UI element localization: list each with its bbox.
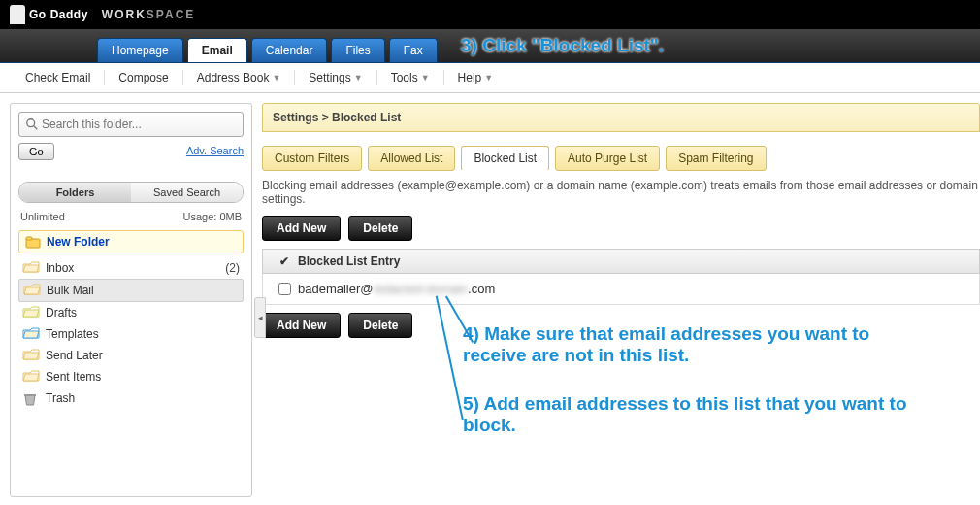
menu-compose[interactable]: Compose — [105, 71, 181, 84]
folder-label: Send Later — [46, 349, 103, 362]
chevron-down-icon: ▼ — [272, 73, 280, 83]
folder-sent-items[interactable]: Sent Items — [18, 366, 244, 387]
folder-icon — [22, 349, 40, 362]
folder-icon — [22, 327, 40, 341]
quota-usage: Usage: 0MB — [182, 211, 242, 222]
folder-templates[interactable]: Templates — [18, 323, 244, 345]
adv-search-link[interactable]: Adv. Search — [186, 145, 244, 156]
chevron-down-icon: ▼ — [421, 73, 430, 83]
delete-button-2[interactable]: Delete — [348, 313, 412, 338]
folder-trash[interactable]: Trash — [18, 387, 244, 409]
menu-settings[interactable]: Settings▼ — [295, 71, 376, 84]
settings-tab-spam-filtering[interactable]: Spam Filtering — [666, 146, 766, 171]
quota-name: Unlimited — [20, 211, 65, 222]
tab-files[interactable]: Files — [331, 38, 384, 62]
chevron-down-icon: ▼ — [484, 73, 493, 83]
annotation-step4: 4) Make sure that email addresses you wa… — [463, 323, 919, 366]
app-root: GoDaddy WORKSPACE HomepageEmailCalendarF… — [0, 0, 980, 505]
tab-fax[interactable]: Fax — [389, 38, 438, 62]
settings-tab-custom-filters[interactable]: Custom Filters — [262, 146, 362, 171]
folder-icon — [22, 391, 40, 405]
settings-description: Blocking email addresses (example@exampl… — [262, 179, 980, 206]
table-header: ✔ Blocked List Entry — [262, 249, 980, 274]
godaddy-mascot-icon — [10, 5, 25, 24]
folder-label: Sent Items — [46, 370, 101, 384]
folder-bulk-mail[interactable]: Bulk Mail — [18, 279, 244, 302]
brand-daddy: Daddy — [50, 8, 88, 21]
settings-tab-blocked-list[interactable]: Blocked List — [461, 146, 549, 171]
brand-bar: GoDaddy WORKSPACE — [0, 0, 980, 29]
chevron-down-icon: ▼ — [354, 73, 363, 83]
annotation-step3: 3) Click "Blocked List". — [461, 35, 664, 56]
select-all-header[interactable]: ✔ — [271, 254, 298, 268]
sidebar: Go Adv. Search Folders Saved Search Unli… — [10, 103, 252, 497]
column-entry: Blocked List Entry — [298, 254, 400, 268]
content-area: ◂ Settings > Blocked List Custom Filters… — [262, 103, 980, 497]
folder-label: Trash — [46, 391, 75, 405]
folder-list: Inbox(2)Bulk MailDraftsTemplatesSend Lat… — [18, 257, 244, 409]
add-new-button[interactable]: Add New — [262, 216, 341, 241]
new-folder-button[interactable]: New Folder — [18, 230, 244, 253]
settings-tabs: Custom FiltersAllowed ListBlocked ListAu… — [262, 146, 980, 171]
tab-homepage[interactable]: Homepage — [97, 38, 183, 62]
folder-icon — [22, 261, 40, 275]
table-row[interactable]: bademailer@redacted-domain.com — [262, 274, 980, 305]
sub-menu: Check EmailComposeAddress Book▼Settings▼… — [0, 63, 980, 93]
menu-check-email[interactable]: Check Email — [12, 71, 104, 84]
folder-label: Bulk Mail — [47, 284, 94, 297]
menu-address-book[interactable]: Address Book▼ — [183, 71, 295, 84]
delete-button[interactable]: Delete — [348, 216, 412, 241]
folder-label: Templates — [46, 327, 99, 341]
folder-label: Inbox — [46, 261, 74, 275]
checkbox[interactable] — [278, 283, 291, 295]
folder-icon — [22, 370, 40, 384]
quota-row: Unlimited Usage: 0MB — [20, 211, 242, 222]
folder-tabs: Folders Saved Search — [18, 182, 244, 203]
search-go-button[interactable]: Go — [18, 143, 54, 160]
settings-tab-allowed-list[interactable]: Allowed List — [368, 146, 455, 171]
body: Go Adv. Search Folders Saved Search Unli… — [0, 93, 980, 505]
folder-icon — [22, 306, 40, 320]
folder-inbox[interactable]: Inbox(2) — [18, 257, 244, 279]
tab-email[interactable]: Email — [187, 38, 247, 62]
tab-folders[interactable]: Folders — [19, 183, 131, 202]
settings-tab-auto-purge-list[interactable]: Auto Purge List — [555, 146, 660, 171]
folder-count: (2) — [225, 261, 240, 275]
brand-go: Go — [29, 8, 47, 21]
svg-rect-3 — [26, 237, 32, 240]
menu-tools[interactable]: Tools▼ — [377, 71, 443, 84]
svg-line-1 — [34, 126, 38, 130]
svg-point-0 — [27, 119, 35, 127]
row-checkbox[interactable] — [271, 280, 298, 298]
search-box — [18, 112, 244, 137]
svg-rect-4 — [24, 394, 36, 396]
annotation-step5: 5) Add email addresses to this list that… — [463, 393, 919, 436]
tab-calendar[interactable]: Calendar — [251, 38, 328, 62]
menu-help[interactable]: Help▼ — [444, 71, 507, 84]
new-folder-label: New Folder — [47, 235, 110, 249]
breadcrumb: Settings > Blocked List — [262, 103, 980, 132]
entry-value: bademailer@redacted-domain.com — [298, 282, 495, 296]
add-new-button-2[interactable]: Add New — [262, 313, 341, 338]
tab-saved-search[interactable]: Saved Search — [131, 183, 243, 202]
search-icon — [25, 118, 39, 131]
search-input[interactable] — [39, 115, 237, 134]
brand-workspace: WORKSPACE — [102, 8, 195, 21]
folder-icon — [23, 284, 41, 297]
button-row-top: Add New Delete — [262, 216, 980, 241]
collapse-sidebar-handle[interactable]: ◂ — [254, 297, 266, 338]
folder-label: Drafts — [46, 306, 77, 320]
folder-drafts[interactable]: Drafts — [18, 302, 244, 323]
folder-send-later[interactable]: Send Later — [18, 345, 244, 366]
folder-add-icon — [25, 236, 41, 249]
table-body: bademailer@redacted-domain.com — [262, 274, 980, 305]
godaddy-logo: GoDaddy — [10, 5, 88, 24]
